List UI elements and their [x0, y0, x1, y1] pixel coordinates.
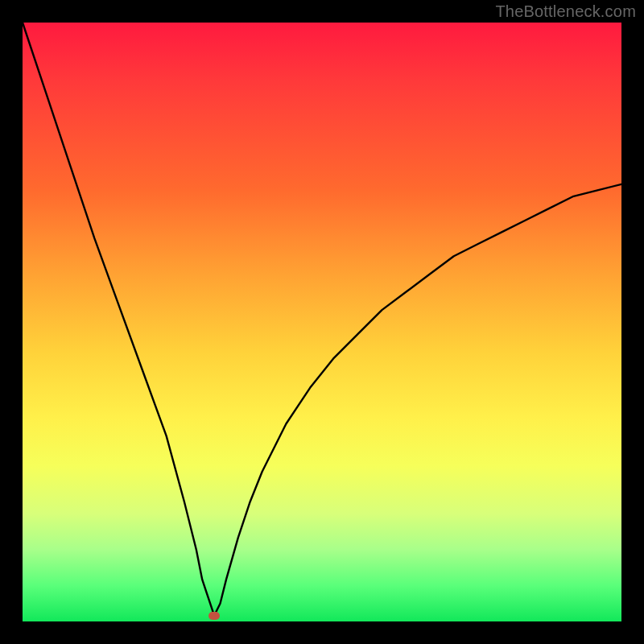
brand-watermark: TheBottleneck.com: [495, 2, 636, 21]
bottleneck-curve: [23, 23, 621, 621]
plot-area: [23, 23, 621, 621]
chart-frame: TheBottleneck.com: [0, 0, 644, 644]
minimum-marker: [208, 612, 220, 620]
